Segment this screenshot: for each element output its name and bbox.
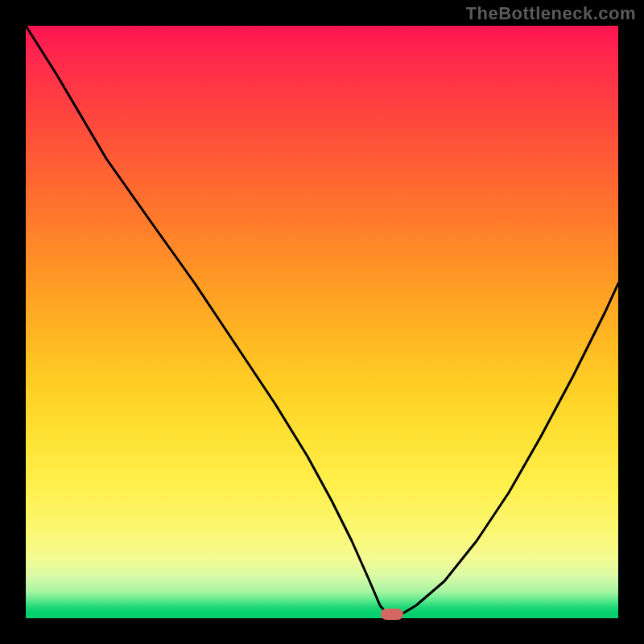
- chart-container: TheBottleneck.com: [0, 0, 644, 644]
- optimal-marker: [381, 609, 403, 620]
- watermark-text: TheBottleneck.com: [466, 3, 636, 24]
- curve-svg: [26, 26, 618, 618]
- plot-area: [26, 26, 618, 618]
- bottleneck-curve: [26, 26, 618, 615]
